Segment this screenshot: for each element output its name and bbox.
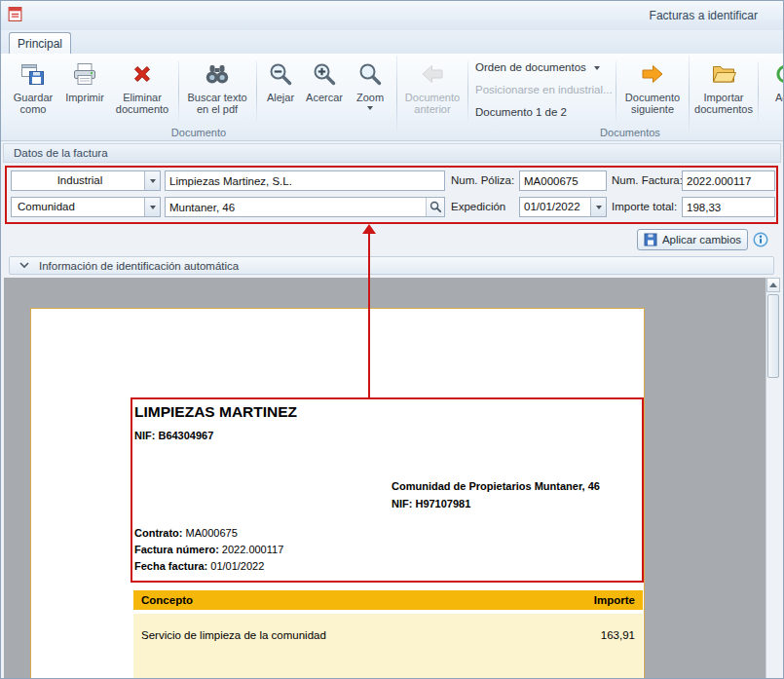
- invoice-row-concepto: Servicio de limpieza de la comunidad: [141, 629, 326, 641]
- invoice-contract-label: Contrato:: [134, 527, 183, 539]
- save-as-button[interactable]: Guardar como: [7, 57, 59, 134]
- position-on-industrial-item[interactable]: Posicionarse en industrial...: [475, 84, 613, 95]
- invoice-header-concepto: Concepto: [141, 594, 193, 606]
- search-text-label: Buscar texto en el pdf: [182, 92, 252, 115]
- chevron-down-icon: [150, 206, 156, 209]
- invoice-company-name: LIMPIEZAS MARTINEZ: [134, 403, 297, 421]
- expedicion-label: Expedición: [451, 197, 505, 217]
- previous-document-label: Documento anterior: [400, 92, 465, 115]
- num-poliza-field[interactable]: [519, 170, 607, 191]
- zoom-out-icon: [268, 58, 293, 90]
- zoom-in-button[interactable]: Acercar: [302, 57, 347, 134]
- group-caption-documento: Documento: [1, 127, 396, 138]
- auto-identification-panel-header[interactable]: Información de identificación automática: [9, 256, 774, 275]
- document-order-label: Orden de documentos: [475, 61, 586, 73]
- invoice-table-header: Concepto Importe: [133, 590, 643, 610]
- app-icon: [7, 6, 23, 22]
- ribbon-separator: [256, 61, 257, 122]
- invoice-number-line: Factura número: 2022.000117: [134, 544, 283, 555]
- invoice-number-label: Factura número:: [134, 544, 219, 555]
- invoice-header-importe: Importe: [594, 594, 635, 606]
- chevron-down-icon: [150, 179, 156, 183]
- invoice-client-name: Comunidad de Propietarios Muntaner, 46: [392, 480, 600, 492]
- document-order-caret-icon: [594, 66, 600, 70]
- comunidad-combo-value: Comunidad: [12, 198, 160, 216]
- print-button[interactable]: Imprimir: [61, 57, 108, 134]
- invoice-number-value: 2022.000117: [219, 544, 283, 555]
- vertical-scrollbar[interactable]: [765, 278, 780, 678]
- document-order-menu[interactable]: Orden de documentos: [475, 61, 600, 73]
- printer-icon: [72, 58, 97, 90]
- invoice-contract-line: Contrato: MA000675: [134, 527, 238, 539]
- industrial-name-field[interactable]: [165, 170, 445, 191]
- auto-identification-panel-label: Información de identificación automática: [39, 260, 239, 272]
- zoom-out-label: Alejar: [267, 92, 294, 103]
- apply-changes-button[interactable]: Aplicar cambios: [637, 229, 748, 250]
- industrial-combo[interactable]: Industrial: [11, 170, 161, 191]
- import-documents-button[interactable]: Importar documentos: [691, 57, 756, 134]
- ribbon: Guardar como Imprimir Eliminar docum: [1, 54, 783, 141]
- apply-changes-label: Aplicar cambios: [662, 234, 741, 245]
- chevron-down-icon: [19, 262, 29, 269]
- zoom-in-label: Acercar: [306, 92, 343, 103]
- refresh-icon: [773, 58, 784, 90]
- industrial-combo-value: Industrial: [12, 171, 160, 190]
- info-button[interactable]: [753, 232, 768, 251]
- invoice-date-label: Fecha factura:: [134, 560, 207, 572]
- num-poliza-label: Num. Póliza:: [451, 170, 514, 191]
- ribbon-tab-row: Principal: [1, 30, 783, 54]
- importe-total-field[interactable]: [682, 197, 775, 217]
- zoom-out-button[interactable]: Alejar: [260, 57, 301, 134]
- industrial-combo-dropdown[interactable]: [144, 171, 160, 190]
- binoculars-icon: [205, 58, 230, 90]
- info-icon: [753, 232, 768, 247]
- zoom-button[interactable]: Zoom: [348, 57, 392, 134]
- direccion-search-button[interactable]: [426, 198, 444, 216]
- num-factura-label: Num. Factura:: [612, 170, 683, 191]
- zoom-icon: [357, 58, 383, 90]
- arrow-up-icon: [769, 283, 777, 287]
- title-bar: Facturas a identificar: [1, 1, 783, 31]
- save-as-icon: [20, 58, 46, 90]
- expedicion-date-picker[interactable]: 01/01/2022: [519, 197, 607, 217]
- direccion-field-wrap: [165, 197, 445, 217]
- print-label: Imprimir: [65, 92, 104, 103]
- previous-document-button[interactable]: Documento anterior: [400, 57, 465, 134]
- invoice-table-body: Servicio de limpieza de la comunidad 163…: [133, 614, 643, 679]
- refresh-label: Actu: [775, 92, 784, 103]
- num-factura-field[interactable]: [682, 170, 775, 191]
- tab-principal[interactable]: Principal: [9, 32, 71, 55]
- invoice-row-importe: 163,91: [601, 629, 635, 641]
- search-text-button[interactable]: Buscar texto en el pdf: [182, 57, 252, 134]
- direccion-field[interactable]: [165, 197, 445, 217]
- expedicion-date-dropdown[interactable]: [590, 198, 606, 216]
- window-title: Facturas a identificar: [650, 9, 758, 22]
- group-caption-documentos: Documentos: [396, 127, 784, 138]
- comunidad-combo-dropdown[interactable]: [144, 198, 160, 216]
- invoice-date-line: Fecha factura: 01/01/2022: [134, 560, 264, 572]
- arrow-left-icon: [420, 58, 445, 90]
- zoom-label: Zoom: [356, 92, 384, 103]
- comunidad-combo[interactable]: Comunidad: [11, 197, 161, 217]
- invoice-contract-value: MA000675: [183, 527, 238, 539]
- delete-document-button[interactable]: Eliminar documento: [110, 57, 174, 134]
- ribbon-separator: [467, 61, 468, 122]
- save-as-label: Guardar como: [7, 92, 59, 115]
- document-position-status: Documento 1 de 2: [475, 106, 567, 118]
- app-window: Facturas a identificar Principal Guardar…: [0, 0, 784, 679]
- invoice-table-row: Servicio de limpieza de la comunidad 163…: [133, 629, 643, 641]
- import-documents-label: Importar documentos: [691, 92, 756, 115]
- scrollbar-up-button[interactable]: [766, 278, 780, 292]
- next-document-button[interactable]: Documento siguiente: [620, 57, 685, 134]
- zoom-dropdown-caret-icon: [367, 106, 373, 110]
- refresh-button[interactable]: Actu: [761, 57, 784, 134]
- delete-document-label: Eliminar documento: [110, 92, 174, 115]
- save-small-icon: [644, 233, 657, 246]
- invoice-client-nif: NIF: H97107981: [392, 498, 470, 509]
- folder-import-icon: [711, 58, 736, 90]
- scrollbar-thumb[interactable]: [767, 294, 779, 378]
- invoice-date-value: 01/01/2022: [207, 560, 264, 572]
- delete-x-icon: [131, 58, 154, 90]
- ribbon-separator: [616, 61, 616, 122]
- invoice-company-nif: NIF: B64304967: [134, 430, 213, 441]
